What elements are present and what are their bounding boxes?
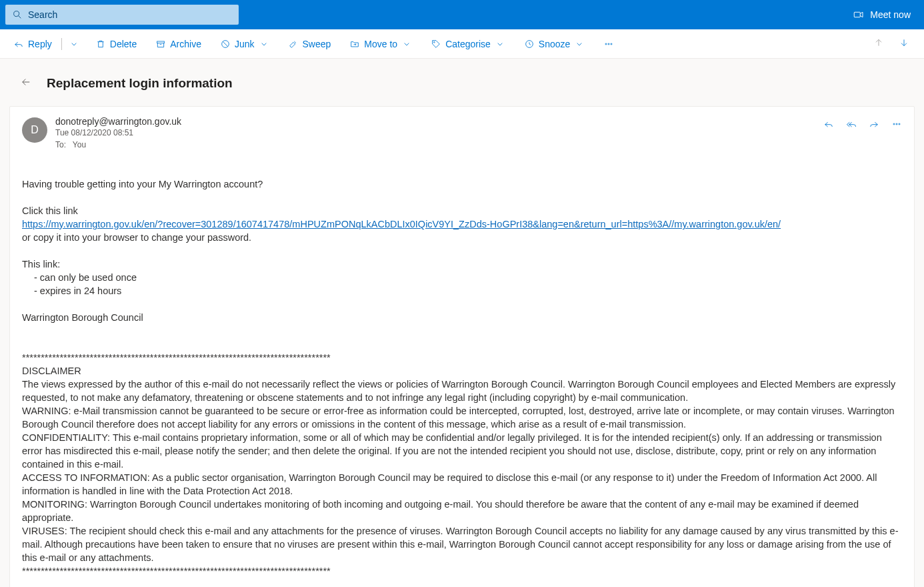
next-message-button[interactable]	[893, 35, 915, 53]
body-bullet: - expires in 24 hours	[22, 284, 902, 298]
forward-icon	[869, 119, 879, 129]
chevron-down-icon	[401, 39, 412, 49]
chevron-down-icon	[574, 39, 585, 49]
recovery-link[interactable]: https://my.warrington.gov.uk/en/?recover…	[22, 219, 781, 229]
junk-icon	[220, 39, 231, 49]
email-subject: Replacement login information	[47, 76, 233, 91]
reply-icon	[13, 39, 24, 49]
sent-date: Tue 08/12/2020 08:51	[55, 128, 815, 137]
disclaimer-text: VIRUSES: The recipient should check this…	[22, 524, 902, 564]
disclaimer-text: The views expressed by the author of thi…	[22, 378, 902, 404]
meet-now-button[interactable]: Meet now	[845, 9, 919, 21]
message-meta: donotreply@warrington.gov.uk Tue 08/12/2…	[55, 116, 815, 149]
search-input[interactable]	[28, 9, 232, 20]
arrow-left-icon	[20, 76, 32, 88]
reply-dropdown[interactable]	[67, 36, 81, 52]
delete-button[interactable]: Delete	[91, 36, 141, 52]
clock-icon	[524, 39, 535, 49]
sweep-label: Sweep	[303, 39, 331, 49]
categorise-button[interactable]: Categorise	[427, 36, 509, 52]
categorise-label: Categorise	[445, 39, 491, 49]
reply-all-icon	[846, 119, 857, 129]
disclaimer-block: ****************************************…	[22, 351, 902, 578]
svg-point-12	[896, 123, 897, 125]
message-toolbar: Reply Delete Archive Junk Sweep Move to …	[0, 29, 924, 59]
message-more-button[interactable]	[891, 119, 902, 131]
to-value: You	[73, 140, 86, 149]
svg-line-5	[223, 41, 228, 47]
svg-point-6	[434, 41, 435, 43]
svg-rect-3	[157, 41, 165, 43]
junk-button[interactable]: Junk	[216, 36, 273, 52]
more-icon	[891, 119, 902, 129]
disclaimer-separator: ****************************************…	[22, 351, 902, 364]
message-card: D donotreply@warrington.gov.uk Tue 08/12…	[9, 106, 915, 587]
arrow-up-icon	[873, 37, 884, 48]
chevron-down-icon	[69, 39, 79, 49]
body-line: Having trouble getting into your My Warr…	[22, 177, 902, 191]
snooze-label: Snooze	[539, 39, 570, 49]
move-to-button[interactable]: Move to	[345, 36, 416, 52]
sender-avatar: D	[22, 117, 47, 143]
separator	[61, 38, 62, 50]
subject-row: Replacement login information	[0, 59, 924, 101]
body-line: or copy it into your browser to change y…	[22, 231, 902, 244]
message-header: D donotreply@warrington.gov.uk Tue 08/12…	[22, 116, 902, 149]
chevron-down-icon	[259, 39, 269, 49]
body-line: This link:	[22, 257, 902, 271]
disclaimer-text: ACCESS TO INFORMATION: As a public secto…	[22, 471, 902, 498]
chevron-down-icon	[495, 39, 505, 49]
svg-point-8	[605, 43, 607, 45]
prev-message-button[interactable]	[868, 35, 889, 53]
archive-button[interactable]: Archive	[151, 36, 205, 52]
body-line: Click this link	[22, 204, 902, 217]
forward-icon-button[interactable]	[869, 119, 879, 131]
snooze-button[interactable]: Snooze	[520, 36, 589, 52]
to-row: To: You	[55, 140, 815, 149]
message-actions	[823, 116, 902, 131]
svg-line-1	[19, 16, 21, 18]
archive-icon	[155, 39, 166, 49]
search-icon	[12, 9, 23, 20]
tag-icon	[431, 39, 441, 49]
more-actions-button[interactable]	[599, 36, 618, 52]
svg-point-9	[608, 43, 609, 45]
archive-label: Archive	[170, 39, 201, 49]
move-to-label: Move to	[364, 39, 397, 49]
svg-point-10	[611, 43, 612, 45]
svg-point-0	[14, 11, 19, 17]
folder-move-icon	[349, 39, 360, 49]
body-signature: Warrington Borough Council	[22, 311, 902, 324]
from-address: donotreply@warrington.gov.uk	[55, 116, 815, 127]
sweep-icon	[288, 39, 299, 49]
disclaimer-text: CONFIDENTIALITY: This e-mail contains pr…	[22, 431, 902, 471]
trash-icon	[95, 39, 106, 49]
more-icon	[603, 39, 614, 49]
reply-icon-button[interactable]	[823, 119, 834, 131]
disclaimer-heading: DISCLAIMER	[22, 364, 902, 378]
to-label: To:	[55, 140, 66, 149]
reply-all-icon-button[interactable]	[846, 119, 857, 131]
disclaimer-text: WARNING: e-Mail transmission cannot be g…	[22, 404, 902, 431]
body-bullet: - can only be used once	[22, 271, 902, 284]
reply-button[interactable]: Reply	[9, 36, 56, 52]
meet-now-label: Meet now	[870, 9, 911, 20]
delete-label: Delete	[110, 39, 137, 49]
arrow-down-icon	[899, 37, 909, 48]
video-icon	[853, 9, 865, 21]
app-header: Meet now	[0, 0, 924, 29]
junk-label: Junk	[235, 39, 255, 49]
search-box[interactable]	[5, 5, 239, 25]
reply-label: Reply	[28, 39, 52, 49]
disclaimer-separator: ****************************************…	[22, 564, 902, 578]
reply-icon	[823, 119, 834, 129]
sweep-button[interactable]: Sweep	[284, 36, 335, 52]
svg-rect-2	[855, 12, 861, 17]
svg-point-11	[893, 123, 895, 125]
svg-point-13	[899, 123, 900, 125]
disclaimer-text: MONITORING: Warrington Borough Council u…	[22, 498, 902, 524]
back-button[interactable]	[17, 73, 35, 93]
message-body: Having trouble getting into your My Warr…	[22, 177, 902, 578]
